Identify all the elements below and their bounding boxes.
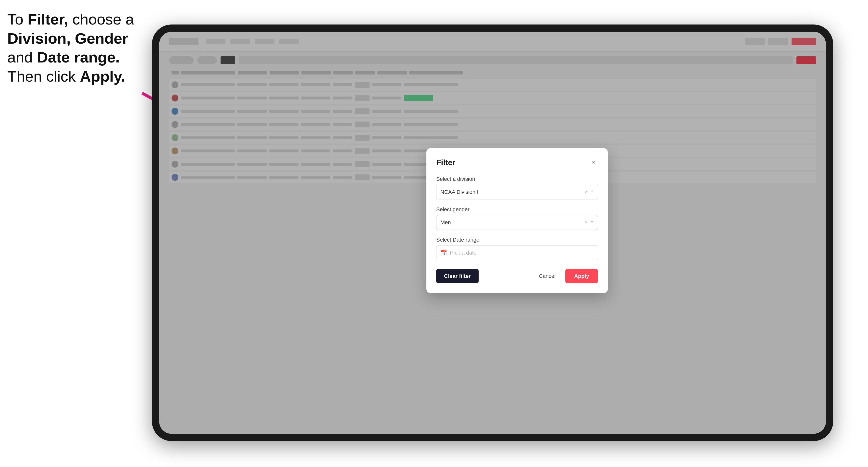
date-range-input[interactable]: 📅 Pick a date — [436, 246, 598, 260]
gender-selected-value: Men — [440, 219, 451, 226]
clear-filter-button[interactable]: Clear filter — [436, 269, 478, 283]
division-form-group: Select a division NCAA Division I × ⌃ — [436, 176, 598, 199]
instruction-panel: To Filter, choose a Division, Gender and… — [7, 10, 150, 86]
division-select[interactable]: NCAA Division I × ⌃ — [436, 185, 598, 199]
modal-title: Filter — [436, 158, 455, 167]
date-label: Select Date range — [436, 237, 598, 243]
instruction-line1: To Filter, choose a — [7, 11, 134, 28]
tablet-device: Filter × Select a division NCAA Division… — [152, 25, 833, 441]
modal-overlay: Filter × Select a division NCAA Division… — [159, 32, 826, 434]
close-icon: × — [592, 159, 595, 166]
division-toggle-icon[interactable]: ⌃ — [590, 189, 594, 195]
instruction-line4: Then click Apply. — [7, 68, 125, 85]
apply-button[interactable]: Apply — [565, 269, 598, 283]
division-selected-value: NCAA Division I — [440, 189, 478, 195]
modal-footer: Clear filter Cancel Apply — [436, 269, 598, 283]
modal-header: Filter × — [436, 158, 598, 167]
gender-clear-icon[interactable]: × — [585, 220, 588, 225]
division-clear-icon[interactable]: × — [585, 189, 588, 194]
date-form-group: Select Date range 📅 Pick a date — [436, 237, 598, 260]
cancel-button[interactable]: Cancel — [534, 269, 560, 283]
date-placeholder: Pick a date — [450, 250, 477, 256]
gender-label: Select gender — [436, 206, 598, 213]
gender-select-controls: × ⌃ — [585, 220, 594, 225]
division-label: Select a division — [436, 176, 598, 182]
filter-modal: Filter × Select a division NCAA Division… — [426, 148, 608, 293]
gender-form-group: Select gender Men × ⌃ — [436, 206, 598, 230]
instruction-line3: and Date range. — [7, 49, 120, 66]
instruction-line2: Division, Gender — [7, 30, 128, 47]
tablet-screen: Filter × Select a division NCAA Division… — [159, 32, 826, 434]
calendar-icon: 📅 — [440, 250, 447, 256]
modal-footer-right: Cancel Apply — [534, 269, 598, 283]
division-select-controls: × ⌃ — [585, 189, 594, 195]
gender-toggle-icon[interactable]: ⌃ — [590, 220, 594, 225]
gender-select[interactable]: Men × ⌃ — [436, 215, 598, 230]
modal-close-button[interactable]: × — [589, 158, 598, 167]
